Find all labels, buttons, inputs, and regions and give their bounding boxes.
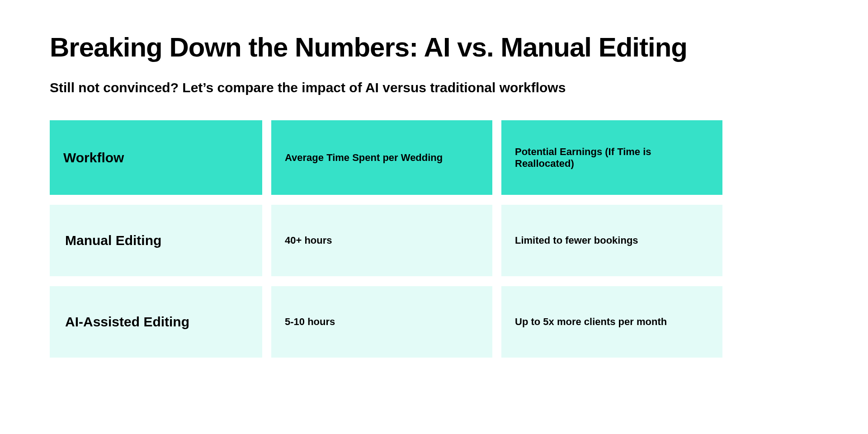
row-manual-earnings: Limited to fewer bookings [501,205,722,276]
row-manual-workflow: Manual Editing [50,205,262,276]
row-manual-time: 40+ hours [271,205,492,276]
row-ai-earnings: Up to 5x more clients per month [501,286,722,358]
col-header-time: Average Time Spent per Wedding [271,120,492,195]
page-subtitle: Still not convinced? Let’s compare the i… [50,80,818,95]
col-header-workflow: Workflow [50,120,262,195]
page-title: Breaking Down the Numbers: AI vs. Manual… [50,32,818,63]
row-ai-time: 5-10 hours [271,286,492,358]
comparison-table: Workflow Average Time Spent per Wedding … [50,120,818,358]
col-header-earnings: Potential Earnings (If Time is Reallocat… [501,120,722,195]
row-ai-workflow: AI-Assisted Editing [50,286,262,358]
